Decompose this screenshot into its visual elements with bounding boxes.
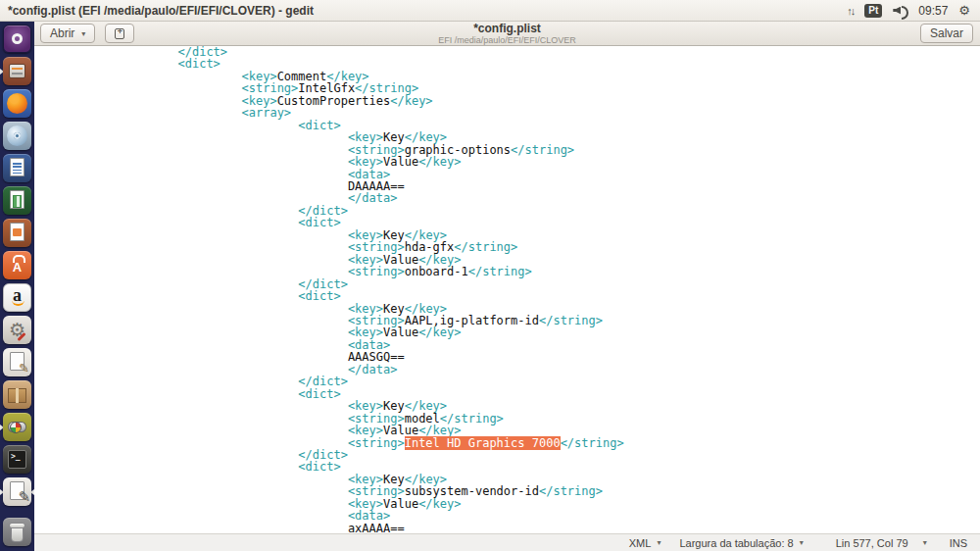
code-line[interactable]: axAAAA== bbox=[36, 523, 624, 533]
document-title: *config.plist bbox=[473, 23, 541, 35]
xml-tag: </key> bbox=[418, 155, 461, 169]
language-label: XML bbox=[629, 537, 652, 549]
document-path: EFI /media/paulo/EFI/EFI/CLOVER bbox=[438, 35, 576, 45]
insert-mode-indicator[interactable]: INS bbox=[950, 537, 967, 549]
xml-text: onboard-1 bbox=[405, 265, 468, 278]
new-tab-button[interactable] bbox=[105, 24, 134, 43]
code-line[interactable]: <key>Value</key> bbox=[36, 326, 624, 338]
editor-area[interactable]: </dict> <dict> <key>Comment</key> <strin… bbox=[34, 46, 980, 533]
clock[interactable]: 09:57 bbox=[918, 4, 948, 18]
launcher-item-files[interactable] bbox=[0, 55, 34, 87]
xml-tag: </string> bbox=[454, 240, 517, 254]
files-icon bbox=[3, 57, 31, 85]
launcher-item-terminal[interactable] bbox=[0, 443, 34, 476]
selected-text: Intel HD Graphics 7000 bbox=[405, 436, 561, 450]
code-line[interactable]: <data> bbox=[36, 510, 624, 522]
xml-tag: </data> bbox=[348, 363, 398, 376]
document-editor-icon bbox=[3, 348, 31, 376]
xml-tag: </key> bbox=[418, 326, 461, 339]
open-button-label: Abrir bbox=[50, 26, 74, 40]
launcher bbox=[0, 22, 34, 551]
xml-tag: </key> bbox=[418, 424, 461, 437]
desktop-top-panel: *config.plist (EFI /media/paulo/EFI/EFI/… bbox=[0, 0, 980, 22]
launcher-item-trash[interactable] bbox=[0, 516, 34, 548]
launcher-item-libreoffice-calc[interactable] bbox=[0, 184, 34, 217]
xml-tag: </string> bbox=[468, 265, 532, 278]
launcher-item-document-editor[interactable] bbox=[0, 346, 34, 378]
volume-icon[interactable] bbox=[893, 5, 907, 17]
launcher-item-amazon[interactable] bbox=[0, 281, 34, 314]
editor-code[interactable]: </dict> <dict> <key>Comment</key> <strin… bbox=[36, 46, 624, 533]
firefox-icon bbox=[3, 89, 31, 118]
launcher-item-libreoffice-impress[interactable] bbox=[0, 217, 34, 249]
code-line[interactable]: <dict> bbox=[36, 290, 624, 302]
launcher-item-system-settings[interactable] bbox=[0, 314, 34, 346]
launcher-item-firefox[interactable] bbox=[0, 87, 34, 120]
network-activity-icon[interactable]: ↑↓ bbox=[847, 5, 854, 17]
new-tab-icon bbox=[115, 28, 124, 39]
libreoffice-writer-icon bbox=[3, 154, 31, 182]
document-identity: *config.plist EFI /media/paulo/EFI/EFI/C… bbox=[34, 22, 980, 45]
terminal-icon bbox=[3, 445, 31, 474]
xml-text: CustomProperties bbox=[277, 94, 391, 108]
launcher-item-libreoffice-writer[interactable] bbox=[0, 152, 34, 184]
code-line[interactable]: <key>Value</key> bbox=[36, 156, 624, 168]
window-title: *config.plist (EFI /media/paulo/EFI/EFI/… bbox=[0, 4, 847, 18]
statusbar: XML ▾ Largura da tabulação: 8 ▾ Lin 577,… bbox=[34, 533, 980, 551]
chromium-icon bbox=[3, 122, 31, 150]
code-line[interactable]: <key>Key</key> bbox=[36, 400, 624, 412]
xml-tag: </string> bbox=[539, 484, 603, 498]
ubuntu-software-icon bbox=[3, 251, 31, 279]
xml-tag: <string> bbox=[348, 436, 405, 450]
cursor-position[interactable]: Lin 577, Col 79 bbox=[836, 537, 908, 549]
code-line[interactable]: <dict> bbox=[36, 461, 624, 473]
gedit-icon bbox=[3, 477, 31, 506]
chevron-down-icon: ▾ bbox=[81, 29, 85, 38]
xml-tag: </data> bbox=[348, 191, 398, 205]
xml-tag: </string> bbox=[539, 314, 603, 327]
code-line[interactable]: <dict> bbox=[36, 217, 624, 228]
code-line[interactable]: AAASGQ== bbox=[36, 351, 624, 363]
xml-tag: </key> bbox=[418, 497, 461, 511]
system-settings-icon bbox=[3, 316, 31, 344]
launcher-item-gedit[interactable] bbox=[0, 476, 34, 508]
tab-width-label: Largura da tabulação: 8 bbox=[679, 537, 793, 549]
code-line[interactable]: <string>hda-gfx</string> bbox=[36, 241, 624, 253]
panel-indicators: ↑↓ Pt 09:57 ⚙ bbox=[847, 4, 980, 18]
disks-icon bbox=[3, 413, 31, 441]
package-manager-icon bbox=[3, 380, 31, 409]
xml-tag: <dict> bbox=[298, 289, 340, 303]
launcher-item-ubuntu-software[interactable] bbox=[0, 249, 34, 281]
xml-tag: <string> bbox=[348, 265, 405, 278]
session-gear-icon[interactable]: ⚙ bbox=[958, 5, 970, 17]
xml-text: axAAAA== bbox=[348, 522, 405, 533]
tab-width-selector[interactable]: Largura da tabulação: 8 ▾ bbox=[679, 537, 803, 549]
statusbar-overflow-menu[interactable]: ▾ bbox=[923, 538, 927, 547]
gedit-toolbar: Abrir ▾ *config.plist EFI /media/paulo/E… bbox=[34, 22, 980, 46]
launcher-item-chromium[interactable] bbox=[0, 120, 34, 152]
libreoffice-impress-icon bbox=[3, 219, 31, 247]
chevron-down-icon: ▾ bbox=[657, 538, 661, 547]
xml-tag: </string> bbox=[561, 436, 624, 450]
xml-tag: </string> bbox=[511, 143, 574, 157]
chevron-down-icon: ▾ bbox=[800, 538, 804, 547]
code-line[interactable]: <string>subsystem-vendor-id</string> bbox=[36, 485, 624, 497]
xml-tag: </key> bbox=[390, 94, 432, 108]
libreoffice-calc-icon bbox=[3, 186, 31, 215]
amazon-icon bbox=[3, 283, 31, 312]
launcher-item-ubuntu-dash[interactable] bbox=[0, 23, 34, 55]
open-button[interactable]: Abrir ▾ bbox=[40, 24, 95, 43]
keyboard-layout-indicator[interactable]: Pt bbox=[864, 4, 882, 18]
chevron-down-icon: ▾ bbox=[923, 538, 927, 547]
launcher-item-package-manager[interactable] bbox=[0, 378, 34, 411]
save-button[interactable]: Salvar bbox=[920, 24, 973, 43]
ubuntu-dash-icon bbox=[3, 25, 31, 53]
language-selector[interactable]: XML ▾ bbox=[629, 537, 662, 549]
launcher-item-disks[interactable] bbox=[0, 411, 34, 443]
code-line[interactable]: <key>Value</key> bbox=[36, 425, 624, 436]
trash-icon bbox=[3, 518, 31, 546]
